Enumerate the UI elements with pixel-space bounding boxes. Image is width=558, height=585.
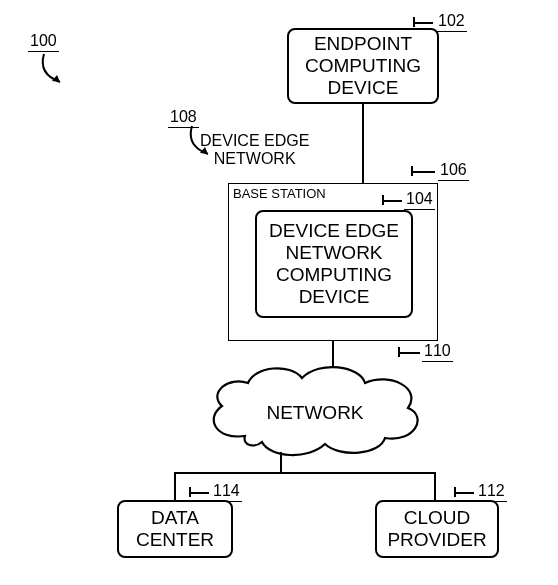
device-edge-network-label: DEVICE EDGE NETWORK — [200, 132, 309, 167]
cloud-provider-label: CLOUD PROVIDER — [387, 507, 486, 551]
base-station-label: BASE STATION — [233, 186, 326, 201]
cloud-provider-box: CLOUD PROVIDER — [375, 500, 499, 558]
ref-112: 112 — [478, 482, 505, 500]
ref-102: 102 — [438, 12, 465, 30]
figure-arrow-icon — [36, 52, 76, 92]
ref-100: 100 — [30, 32, 57, 50]
data-center-box: DATA CENTER — [117, 500, 233, 558]
connector-line — [362, 104, 364, 183]
ref-114: 114 — [213, 482, 240, 500]
ref-110: 110 — [424, 342, 451, 360]
connector-line — [280, 452, 282, 474]
endpoint-computing-device-box: ENDPOINT COMPUTING DEVICE — [287, 28, 439, 104]
connector-line — [174, 472, 436, 474]
network-label: NETWORK — [200, 402, 430, 424]
ref-106: 106 — [440, 161, 467, 179]
endpoint-label: ENDPOINT COMPUTING DEVICE — [305, 33, 421, 99]
data-center-label: DATA CENTER — [136, 507, 214, 551]
connector-line — [434, 472, 436, 500]
dencd-label: DEVICE EDGE NETWORK COMPUTING DEVICE — [269, 220, 399, 307]
ref-104: 104 — [406, 190, 433, 208]
connector-line — [174, 472, 176, 500]
network-cloud: NETWORK — [200, 358, 430, 463]
device-edge-network-computing-device-box: DEVICE EDGE NETWORK COMPUTING DEVICE — [255, 210, 413, 318]
